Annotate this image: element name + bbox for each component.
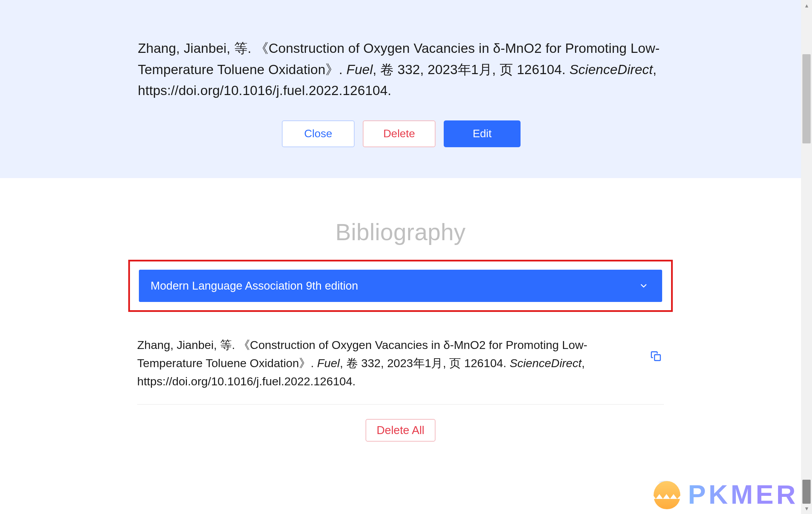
vertical-scrollbar[interactable]: ▴ ▾ [801, 0, 812, 514]
citation-source: ScienceDirect [570, 62, 653, 77]
pkmer-logo-icon [651, 478, 683, 511]
bib-journal: Fuel [317, 357, 340, 370]
chevron-down-icon [639, 281, 648, 291]
citation-style-dropdown[interactable]: Modern Language Association 9th edition [139, 270, 662, 302]
scroll-up-arrow-icon[interactable]: ▴ [802, 1, 811, 10]
citation-text: Zhang, Jianbei, 等. 《Construction of Oxyg… [138, 38, 665, 101]
scroll-down-arrow-icon[interactable]: ▾ [802, 504, 811, 513]
bibliography-entry-text: Zhang, Jianbei, 等. 《Construction of Oxyg… [137, 336, 636, 390]
copy-icon[interactable] [650, 336, 664, 362]
bib-source: ScienceDirect [510, 357, 582, 370]
delete-button[interactable]: Delete [363, 120, 435, 147]
scrollbar-track[interactable] [801, 10, 812, 504]
scrollbar-thumb[interactable] [802, 54, 811, 143]
svg-rect-0 [655, 355, 660, 361]
close-button[interactable]: Close [282, 120, 355, 147]
bibliography-list: Zhang, Jianbei, 等. 《Construction of Oxyg… [137, 326, 664, 442]
citation-mid: , 卷 332, 2023年1月, 页 126104. [373, 62, 570, 77]
citation-journal: Fuel [346, 62, 373, 77]
citation-button-row: Close Delete Edit [138, 120, 665, 147]
bib-mid: , 卷 332, 2023年1月, 页 126104. [340, 357, 510, 370]
citation-style-highlight: Modern Language Association 9th edition [128, 260, 673, 312]
pkmer-watermark: PKMER [651, 478, 798, 511]
delete-all-button[interactable]: Delete All [366, 419, 435, 442]
edit-button[interactable]: Edit [444, 120, 521, 147]
bibliography-title: Bibliography [0, 219, 801, 245]
citation-style-selected: Modern Language Association 9th edition [151, 279, 358, 292]
citation-card: Zhang, Jianbei, 等. 《Construction of Oxyg… [0, 0, 801, 178]
bibliography-entry: Zhang, Jianbei, 等. 《Construction of Oxyg… [137, 326, 664, 405]
pkmer-watermark-text: PKMER [688, 479, 798, 510]
scrollbar-thumb-secondary[interactable] [802, 480, 811, 504]
